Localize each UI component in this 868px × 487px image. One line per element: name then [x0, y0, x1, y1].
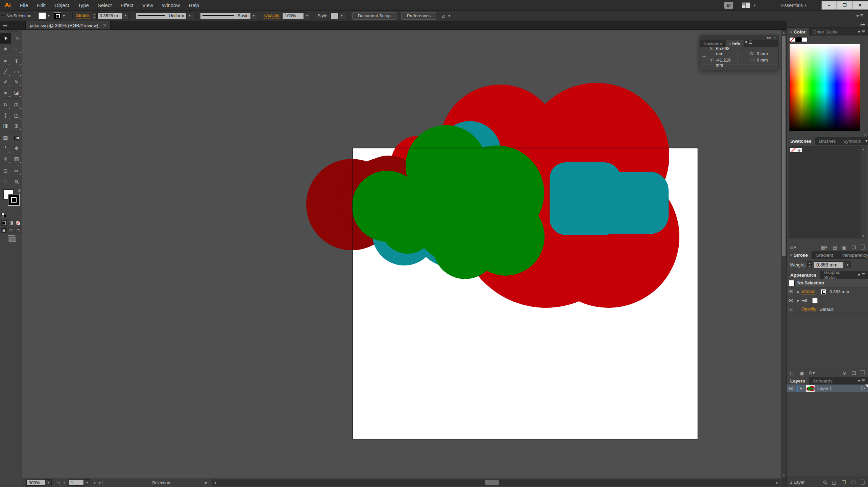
clear-appearance-icon[interactable]: ⊘ — [843, 371, 847, 375]
close-icon[interactable]: ✕ — [774, 36, 776, 39]
menu-file[interactable]: File — [16, 0, 32, 11]
tool-scale[interactable]: ◳ — [11, 99, 22, 110]
tool-column-graph[interactable]: ▥ — [11, 154, 22, 164]
appearance-fill-row[interactable]: ▶ Fill: — [787, 296, 868, 305]
swatch-libraries-icon[interactable]: ≣▾ — [790, 245, 796, 250]
artboard-number-input[interactable]: 1 — [68, 480, 84, 486]
tab-gradient[interactable]: Gradient — [812, 251, 837, 259]
fill-swatch[interactable] — [39, 13, 46, 19]
stroke-color-swatch[interactable] — [821, 289, 826, 295]
last-artboard-icon[interactable]: ▶❘ — [99, 481, 103, 484]
previous-artboard-icon[interactable]: ◀ — [63, 481, 65, 484]
brush-dropdown[interactable]: ▼ — [251, 13, 257, 19]
tool-artboard[interactable]: ⊡ — [0, 166, 11, 176]
document-tab[interactable]: psko.svg @ 300% (RGB/Preview) ✕ — [25, 21, 111, 29]
add-new-effect-icon[interactable]: fx▾ — [809, 370, 815, 375]
canvas-area[interactable] — [22, 30, 781, 478]
artwork[interactable] — [22, 30, 781, 478]
stroke-weight-stepper[interactable]: ▲▼ — [92, 13, 97, 19]
next-artboard-icon[interactable]: ▶ — [94, 481, 96, 484]
workspace-switcher[interactable]: Essentials ▼ — [781, 3, 809, 8]
layer-row[interactable]: ▶ Layer 1 — [787, 385, 868, 392]
tab-appearance[interactable]: Appearance — [787, 271, 820, 279]
screen-mode-control[interactable] — [0, 235, 22, 240]
expand-icon[interactable]: ▶ — [798, 387, 804, 390]
locate-object-icon[interactable] — [823, 481, 826, 484]
vertical-scroll-thumb[interactable] — [782, 36, 786, 256]
none-swatch[interactable] — [790, 148, 796, 153]
visibility-cell[interactable] — [787, 287, 795, 296]
tool-line-segment[interactable]: ╱ — [0, 66, 11, 77]
panel-menu-icon[interactable]: ▼☰ — [857, 378, 868, 383]
brush-definition-select[interactable]: Basic — [200, 13, 251, 19]
tab-swatches[interactable]: Swatches — [787, 137, 815, 145]
panel-menu-icon[interactable]: ▼☰ — [857, 29, 868, 34]
expand-icon[interactable]: ▶ — [795, 290, 801, 294]
menu-view[interactable]: View — [138, 0, 158, 11]
tool-shape-builder[interactable]: ◨ — [0, 120, 11, 131]
color-button[interactable] — [1, 220, 7, 226]
scroll-up-icon[interactable]: ▲ — [861, 147, 866, 151]
opacity-link[interactable]: Opacity: — [801, 306, 818, 312]
tool-slice[interactable]: ✂ — [11, 166, 22, 176]
new-layer-icon[interactable]: ❏ — [851, 480, 855, 485]
width-profile-select[interactable]: Uniform — [136, 13, 187, 19]
delete-layer-icon[interactable] — [861, 481, 865, 485]
appearance-header-row[interactable]: No Selection — [787, 279, 868, 287]
width-profile-dropdown[interactable]: ▼ — [187, 13, 193, 19]
control-panel-menu-icon[interactable]: ▼☰ — [855, 14, 864, 18]
expand-icon[interactable]: ▶ — [795, 299, 801, 302]
document-setup-button[interactable]: Document Setup — [352, 12, 396, 20]
scroll-down-icon[interactable]: ▼ — [781, 472, 787, 478]
step-up-icon[interactable]: ▲ — [807, 261, 812, 265]
swatch-scrollbar[interactable]: ▲ ▼ — [861, 147, 866, 238]
scroll-left-icon[interactable]: ◀ — [213, 480, 217, 486]
tool-free-transform[interactable]: ◰ — [11, 110, 22, 120]
tool-blend[interactable]: ❖ — [11, 143, 22, 154]
tool-eraser[interactable]: ◪ — [11, 87, 22, 98]
weight-input[interactable]: 0.353 mm — [814, 261, 843, 268]
opacity-input[interactable]: 100% — [282, 13, 304, 19]
tool-eyedropper[interactable]: ❜ — [0, 143, 11, 154]
appearance-stroke-row[interactable]: ▶ Stroke: 0.353 mm — [787, 287, 868, 296]
bridge-button[interactable]: Br — [724, 2, 733, 9]
tool-pen[interactable]: ✒ — [0, 56, 11, 66]
minimize-button[interactable]: – — [821, 1, 837, 10]
tool-paintbrush[interactable]: ✐ — [0, 77, 11, 87]
stroke-panel-link[interactable]: Stroke: — [76, 13, 90, 19]
swap-fill-stroke-icon[interactable]: ⇄ — [17, 188, 22, 194]
scroll-right-icon[interactable]: ▶ — [775, 480, 780, 486]
step-up-icon[interactable]: ▲ — [92, 13, 97, 16]
duplicate-item-icon[interactable]: ❏ — [851, 371, 856, 375]
white-swatch[interactable] — [801, 37, 807, 42]
arrange-documents-icon[interactable] — [742, 2, 750, 8]
panel-menu-icon[interactable]: ▼☰ — [744, 40, 752, 47]
style-swatch[interactable] — [331, 13, 339, 19]
preferences-button[interactable]: Preferences — [401, 12, 436, 20]
chevron-down-icon[interactable]: ▼ — [47, 14, 50, 18]
add-new-stroke-icon[interactable]: ▢ — [790, 371, 794, 375]
panel-menu-icon[interactable]: ▼☰ — [865, 139, 868, 143]
close-icon[interactable]: ✕ — [103, 23, 106, 28]
tab-artboards[interactable]: Artboards — [809, 377, 837, 385]
menu-type[interactable]: Type — [73, 0, 93, 11]
collapse-to-icons-icon[interactable]: ▶▶ — [861, 23, 865, 26]
visibility-cell[interactable] — [787, 305, 795, 314]
draw-inside-button[interactable]: ◰ — [15, 227, 21, 233]
tool-zoom[interactable] — [11, 176, 22, 187]
resize-grip-icon[interactable] — [864, 133, 867, 136]
tool-selection[interactable]: ➤ — [0, 33, 11, 44]
artboard-number-dropdown[interactable]: ▼ — [84, 479, 90, 486]
color-spectrum[interactable] — [789, 44, 860, 131]
fill-color-swatch[interactable] — [812, 298, 818, 303]
tab-brushes[interactable]: Brushes — [815, 137, 840, 145]
delete-swatch-icon[interactable] — [861, 246, 865, 250]
fill-color-control[interactable]: ▼ — [39, 13, 52, 19]
zoom-level-input[interactable]: 300% — [26, 480, 45, 486]
tool-blob-brush[interactable]: ● — [0, 87, 11, 98]
first-artboard-icon[interactable]: ❘◀ — [55, 481, 60, 484]
stroke-link[interactable]: Stroke: — [801, 289, 815, 295]
vertical-scrollbar[interactable]: ▲ ▼ — [781, 30, 786, 478]
teal-rounded-rect-shape[interactable] — [550, 162, 669, 235]
new-color-group-icon[interactable]: ▣ — [842, 245, 846, 250]
